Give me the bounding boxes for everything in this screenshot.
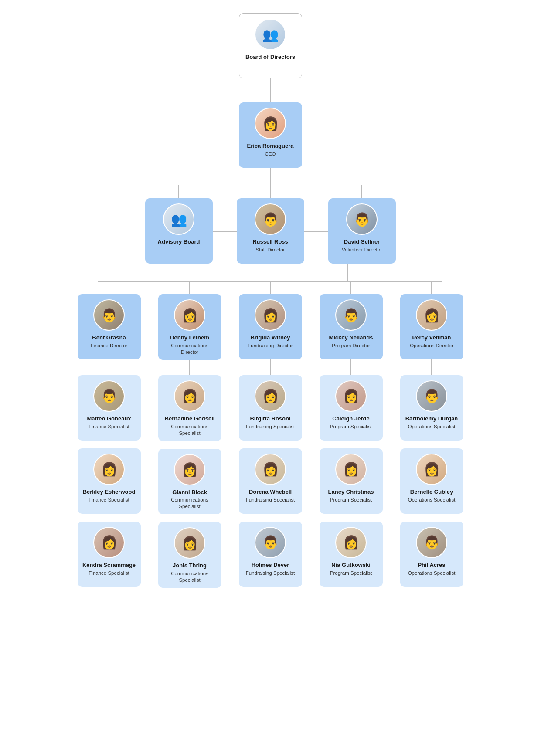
gianni-title: Communications Specialist [163,497,217,510]
mickey-node[interactable]: 👨 Mickey Neilands Program Director [320,294,383,359]
phil-node[interactable]: 👨 Phil Acres Operations Specialist [400,522,463,587]
david-title: Volunteer Director [342,247,382,253]
matteo-avatar: 👨 [93,380,125,412]
bernelle-node[interactable]: 👩 Bernelle Cubley Operations Specialist [400,448,463,514]
nia-name: Nia Gutkowski [331,562,371,569]
percy-node[interactable]: 👩 Percy Veltman Operations Director [400,294,463,359]
fundraising-specialists-col: 👩 Birgitta Rosoni Fundraising Specialist… [239,375,302,587]
birgitta-avatar: 👩 [255,380,286,412]
advisory-name: Advisory Board [158,238,200,246]
connector-v1 [270,78,271,102]
mickey-v-top [350,281,351,294]
jonis-avatar: 👩 [174,527,205,559]
level5-row: 👨 Matteo Gobeaux Finance Specialist 👩 Be… [9,375,532,588]
caleigh-name: Caleigh Jerde [332,415,369,423]
nia-node[interactable]: 👩 Nia Gutkowski Program Specialist [320,522,383,587]
laney-node[interactable]: 👩 Laney Christmas Program Specialist [320,448,383,514]
bernadine-node[interactable]: 👩 Bernadine Godsell Communications Speci… [158,375,221,441]
bartholemy-title: Operations Specialist [408,424,456,430]
laney-name: Laney Christmas [328,488,374,496]
dorena-avatar: 👩 [255,454,286,485]
ceo-name: Erica Romaguera [247,142,294,150]
matteo-name: Matteo Gobeaux [87,415,131,423]
debby-avatar: 👩 [174,299,205,331]
board-avatar: 👥 [255,19,286,50]
percy-avatar: 👩 [416,299,447,331]
birgitta-node[interactable]: 👩 Birgitta Rosoni Fundraising Specialist [239,375,302,441]
advisory-col: 👥 Advisory Board [145,185,213,264]
level3-container: 👥 Advisory Board 👨 [9,185,532,264]
kendra-node[interactable]: 👩 Kendra Scrammage Finance Specialist [78,522,141,587]
ceo-node-wrapper: 👩 Erica Romaguera CEO [239,102,302,185]
ops-specialists-col: 👨 Bartholemy Durgan Operations Specialis… [400,375,463,587]
percy-wrapper: 👩 Percy Veltman Operations Director [400,281,463,375]
laney-avatar: 👩 [335,454,367,485]
bernadine-title: Communications Specialist [163,424,217,437]
kendra-title: Finance Specialist [88,570,129,576]
dorena-node[interactable]: 👩 Dorena Whebell Fundraising Specialist [239,448,302,514]
brigida-v-bottom [270,359,271,375]
level4-row: 👨 Bent Grasha Finance Director 👩 Debby L… [9,281,532,375]
david-node[interactable]: 👨 David Sellner Volunteer Director [328,198,396,264]
birgitta-title: Fundraising Specialist [246,424,295,430]
debby-name: Debby Lethem [170,334,209,342]
debby-wrapper: 👩 Debby Lethem Communications Director [158,281,221,375]
bernelle-name: Bernelle Cubley [410,488,453,496]
advisory-avatar: 👥 [163,203,194,235]
bent-v-bottom [109,359,109,375]
bent-node[interactable]: 👨 Bent Grasha Finance Director [78,294,141,359]
gianni-node[interactable]: 👩 Gianni Block Communications Specialist [158,449,221,515]
mickey-name: Mickey Neilands [329,334,373,342]
laney-title: Program Specialist [330,497,372,503]
caleigh-avatar: 👩 [335,380,367,412]
board-name: Board of Directors [245,54,295,61]
caleigh-node[interactable]: 👩 Caleigh Jerde Program Specialist [320,375,383,441]
brigida-v-top [270,281,271,294]
bernadine-avatar: 👩 [174,380,205,412]
connector-v2 [270,168,271,185]
debby-v-top [189,281,190,294]
mickey-avatar: 👨 [335,299,367,331]
david-col: 👨 David Sellner Volunteer Director [328,185,396,264]
mickey-v-bottom [350,359,351,375]
russell-avatar: 👨 [255,203,286,235]
russell-v-bottom [347,264,348,281]
bartholemy-avatar: 👨 [416,380,447,412]
mickey-title: Program Director [332,342,370,349]
brigida-node[interactable]: 👩 Brigida Withey Fundraising Director [239,294,302,359]
bartholemy-name: Bartholemy Durgan [405,415,458,423]
brigida-wrapper: 👩 Brigida Withey Fundraising Director [239,281,302,375]
david-v-top [361,185,362,198]
jonis-name: Jonis Thring [173,562,207,570]
holmes-avatar: 👨 [255,527,286,558]
bartholemy-node[interactable]: 👨 Bartholemy Durgan Operations Specialis… [400,375,463,441]
ceo-avatar: 👩 [255,108,286,139]
level3-row: 👥 Advisory Board 👨 [145,185,396,264]
bent-avatar: 👨 [93,299,125,331]
debby-node[interactable]: 👩 Debby Lethem Communications Director [158,294,221,360]
holmes-node[interactable]: 👨 Holmes Dever Fundraising Specialist [239,522,302,587]
ceo-node[interactable]: 👩 Erica Romaguera CEO [239,102,302,168]
bernelle-title: Operations Specialist [408,497,456,503]
russell-col: 👨 Russell Ross Staff Director [237,185,304,264]
brigida-title: Fundraising Director [248,342,293,349]
nia-avatar: 👩 [335,527,367,558]
russell-node[interactable]: 👨 Russell Ross Staff Director [237,198,304,264]
advisory-node[interactable]: 👥 Advisory Board [145,198,213,264]
board-node-wrapper: 👥 Board of Directors [239,13,302,102]
berkley-node[interactable]: 👩 Berkley Esherwood Finance Specialist [78,448,141,514]
program-specialists-col: 👩 Caleigh Jerde Program Specialist 👩 Lan… [320,375,383,587]
matteo-node[interactable]: 👨 Matteo Gobeaux Finance Specialist [78,375,141,441]
percy-v-top [431,281,432,294]
phil-title: Operations Specialist [408,570,456,576]
level4-connector [9,264,532,281]
board-node[interactable]: 👥 Board of Directors [239,13,302,78]
jonis-title: Communications Specialist [163,570,217,583]
bent-title: Finance Director [91,342,127,349]
caleigh-title: Program Specialist [330,424,372,430]
jonis-node[interactable]: 👩 Jonis Thring Communications Specialist [158,522,221,588]
kendra-name: Kendra Scrammage [82,562,136,569]
gianni-name: Gianni Block [172,489,207,496]
brigida-name: Brigida Withey [251,334,290,342]
finance-specialists-col: 👨 Matteo Gobeaux Finance Specialist 👩 Be… [78,375,141,587]
